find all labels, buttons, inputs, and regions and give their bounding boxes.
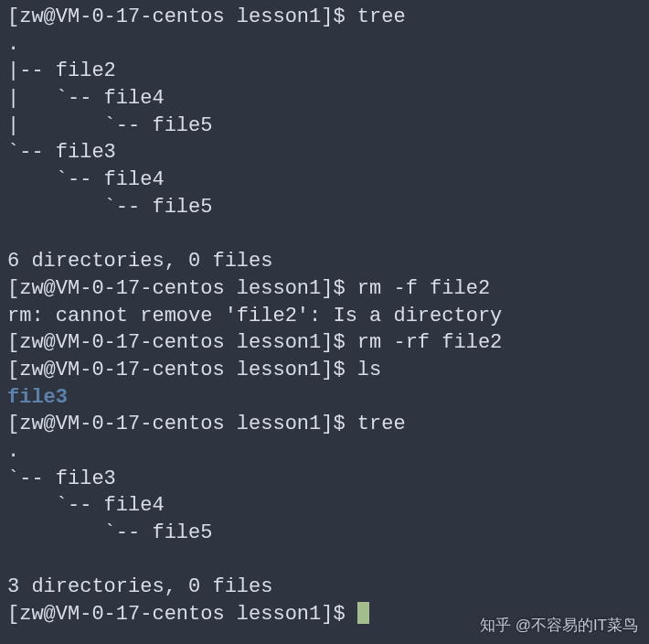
terminal-line: `-- file5 [7,520,642,547]
terminal-line: `-- file3 [7,139,642,166]
terminal-line [7,221,642,249]
terminal-line: [zw@VM-0-17-centos lesson1]$ rm -f file2 [7,275,642,303]
terminal-line: . [7,31,642,59]
terminal-line: `-- file5 [7,194,642,221]
prompt-text: [zw@VM-0-17-centos lesson1]$ [7,603,357,626]
terminal-line: rm: cannot remove 'file2': Is a director… [7,303,642,330]
watermark: 知乎 @不容易的IT菜鸟 [480,616,638,637]
terminal-line: . [7,438,642,466]
terminal-line: [zw@VM-0-17-centos lesson1]$ tree [7,4,642,31]
terminal-line: [zw@VM-0-17-centos lesson1]$ tree [7,411,642,438]
terminal-line: 6 directories, 0 files [7,248,642,275]
terminal-line: `-- file4 [7,166,642,194]
terminal-line: [zw@VM-0-17-centos lesson1]$ rm -rf file… [7,329,642,357]
watermark-author: @不容易的IT菜鸟 [516,617,638,634]
terminal-line: 3 directories, 0 files [7,574,642,601]
terminal-line: | `-- file5 [7,113,642,140]
terminal-line: `-- file3 [7,466,642,493]
terminal-output[interactable]: [zw@VM-0-17-centos lesson1]$ tree.|-- fi… [7,4,642,628]
cursor-block [357,602,369,624]
terminal-line: | `-- file4 [7,85,642,113]
terminal-line: |-- file2 [7,58,642,85]
terminal-line: `-- file4 [7,492,642,520]
terminal-line: [zw@VM-0-17-centos lesson1]$ ls [7,357,642,384]
terminal-line: file3 [7,384,642,412]
directory-name: file3 [7,386,68,409]
terminal-line [7,547,642,574]
watermark-platform: 知乎 [480,617,511,634]
